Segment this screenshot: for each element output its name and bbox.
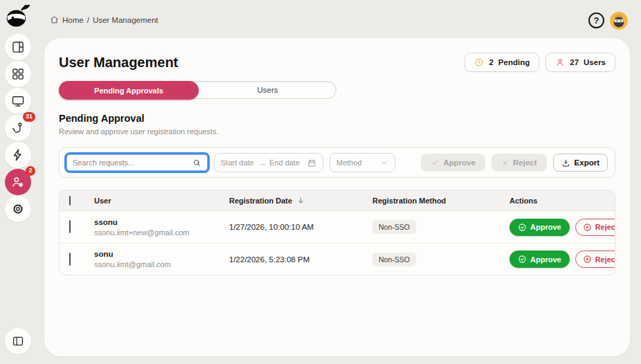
- gear-icon: [11, 202, 25, 216]
- column-header-user: User: [94, 197, 229, 205]
- chevron-down-icon: [380, 158, 388, 167]
- sidebar-item-apps[interactable]: [5, 61, 31, 87]
- pending-label: Pending: [498, 58, 530, 66]
- breadcrumb-home[interactable]: Home: [62, 16, 84, 24]
- column-header-actions: Actions: [509, 197, 615, 205]
- table-header-row: User Registration Date Registration Meth…: [60, 190, 615, 211]
- column-header-registration-method: Registration Method: [372, 197, 509, 205]
- check-icon: [431, 158, 439, 167]
- select-all-checkbox[interactable]: [69, 196, 71, 206]
- sidebar-item-layout[interactable]: [5, 34, 31, 60]
- bulk-approve-label: Approve: [443, 158, 476, 167]
- layout-panels-icon: [11, 40, 25, 54]
- user-avatar[interactable]: [610, 12, 628, 30]
- notifications-count-badge: 31: [23, 112, 35, 122]
- search-icon[interactable]: [192, 158, 201, 167]
- pending-approvals-table: User Registration Date Registration Meth…: [59, 190, 615, 275]
- main-content-card: User Management 2 Pending 27 Users: [44, 38, 630, 356]
- method-select-value: Method: [336, 158, 362, 167]
- circled-check-icon: [518, 223, 527, 232]
- row-checkbox[interactable]: [69, 220, 71, 233]
- user-gear-icon: [11, 175, 25, 189]
- zap-icon: [11, 148, 25, 162]
- users-count: 27: [570, 58, 579, 66]
- reject-button[interactable]: Reject: [575, 219, 615, 236]
- export-button[interactable]: Export: [553, 154, 608, 172]
- home-icon: [50, 15, 59, 24]
- breadcrumb-current: User Management: [93, 16, 159, 24]
- app-logo-ninja-icon[interactable]: [4, 3, 32, 30]
- pending-count: 2: [489, 58, 493, 66]
- circled-x-icon: [583, 223, 592, 232]
- bulk-reject-label: Reject: [513, 158, 537, 167]
- sidebar: 31 2: [0, 0, 36, 364]
- sidebar-item-monitor[interactable]: [5, 88, 31, 114]
- sidebar-item-settings[interactable]: [5, 196, 31, 222]
- registration-date-cell: 1/22/2026, 5:23:08 PM: [229, 255, 372, 264]
- actions-cell: Approve Reject: [509, 251, 615, 268]
- user-cell: ssonu ssonu.iimt+new@gmail.com: [94, 218, 229, 237]
- tab-users[interactable]: Users: [199, 82, 336, 98]
- x-icon: [501, 159, 509, 167]
- download-icon: [561, 158, 570, 167]
- circled-check-icon: [518, 255, 527, 264]
- clock-icon: [474, 57, 484, 67]
- table-row: ssonu ssonu.iimt+new@gmail.com 1/27/2026…: [60, 211, 615, 243]
- monitor-icon: [11, 94, 25, 108]
- start-date-field[interactable]: Start date: [221, 158, 256, 167]
- sidebar-item-user-management[interactable]: 2: [5, 169, 31, 195]
- reject-label: Reject: [595, 255, 615, 264]
- user-email: ssonu.iimt@gmail.com: [94, 260, 229, 269]
- circled-x-icon: [583, 255, 592, 264]
- users-label: Users: [584, 58, 606, 66]
- header-badges: 2 Pending 27 Users: [464, 53, 615, 72]
- pending-users-count-badge: 2: [26, 166, 35, 176]
- hook-icon: [11, 121, 25, 135]
- reject-label: Reject: [595, 223, 615, 231]
- approve-label: Approve: [530, 223, 561, 231]
- registration-method-badge: Non-SSO: [372, 220, 416, 234]
- search-input[interactable]: [73, 158, 188, 167]
- filter-bar: Start date → End date Method: [59, 147, 615, 178]
- tab-pending-approvals[interactable]: Pending Approvals: [59, 81, 199, 100]
- approve-button[interactable]: Approve: [509, 251, 570, 268]
- user-email: ssonu.iimt+new@gmail.com: [94, 228, 229, 237]
- users-count-badge[interactable]: 27 Users: [545, 53, 615, 72]
- column-header-registration-date[interactable]: Registration Date: [229, 196, 372, 205]
- bulk-approve-button[interactable]: Approve: [421, 154, 485, 172]
- section-subtitle: Review and approve user registration req…: [59, 127, 219, 136]
- registration-date-label: Registration Date: [229, 197, 292, 205]
- date-range-picker[interactable]: Start date → End date: [214, 153, 323, 172]
- sidebar-item-zap[interactable]: [5, 142, 31, 168]
- registration-method-badge: Non-SSO: [372, 253, 416, 266]
- breadcrumb: Home / User Management: [50, 15, 159, 24]
- end-date-field[interactable]: End date: [269, 158, 305, 167]
- tab-bar: Pending Approvals Users: [59, 81, 336, 99]
- user-name: sonu: [94, 250, 229, 258]
- approve-label: Approve: [530, 255, 561, 264]
- actions-cell: Approve Reject: [509, 219, 615, 236]
- search-box: [66, 154, 208, 171]
- sidebar-item-hook[interactable]: 31: [5, 115, 31, 141]
- date-range-arrow-icon: →: [259, 158, 267, 167]
- help-button[interactable]: ?: [588, 12, 604, 28]
- table-row: sonu ssonu.iimt@gmail.com 1/22/2026, 5:2…: [60, 243, 615, 275]
- page-title: User Management: [59, 55, 178, 71]
- approve-button[interactable]: Approve: [509, 219, 570, 236]
- breadcrumb-separator: /: [87, 16, 89, 24]
- user-cell: sonu ssonu.iimt@gmail.com: [94, 250, 229, 269]
- registration-date-cell: 1/27/2026, 10:00:10 AM: [229, 223, 372, 231]
- calendar-icon: [307, 158, 316, 167]
- row-checkbox[interactable]: [69, 253, 71, 266]
- pending-count-badge[interactable]: 2 Pending: [464, 53, 539, 72]
- bulk-reject-button[interactable]: Reject: [491, 154, 547, 172]
- user-name: ssonu: [94, 218, 229, 226]
- sort-descending-icon[interactable]: [296, 196, 305, 205]
- export-label: Export: [575, 158, 599, 167]
- sidebar-collapse-button[interactable]: [5, 328, 31, 354]
- reject-button[interactable]: Reject: [575, 251, 615, 268]
- method-select[interactable]: Method: [329, 153, 395, 172]
- person-icon: [555, 57, 565, 67]
- panel-collapse-icon: [12, 335, 24, 347]
- section-title: Pending Approval: [59, 113, 145, 124]
